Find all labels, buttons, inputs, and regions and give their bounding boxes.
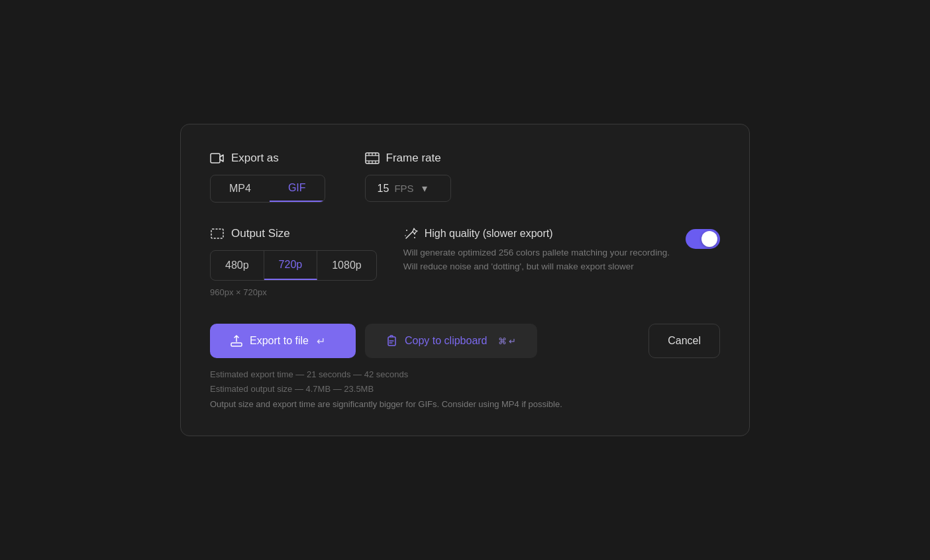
export-to-file-button[interactable]: Export to file ↵ — [210, 324, 356, 358]
keyboard-shortcut: ⌘ ↵ — [498, 336, 517, 346]
size-1080p-button[interactable]: 1080p — [317, 251, 376, 280]
info-line-3: Output size and export time are signific… — [210, 397, 720, 412]
size-dimensions: 960px × 720px — [210, 287, 377, 297]
top-row: Export as MP4 GIF — [210, 151, 720, 203]
frame-rate-section: Frame rate 15 FPS ▾ — [365, 151, 451, 203]
high-quality-toggle[interactable] — [686, 229, 720, 249]
svg-rect-10 — [211, 229, 223, 238]
info-line-1: Estimated export time — 21 seconds — 42 … — [210, 367, 720, 382]
size-480p-button[interactable]: 480p — [211, 251, 264, 280]
magic-icon — [403, 226, 418, 241]
video-icon — [210, 151, 225, 165]
output-size-label: Output Size — [210, 226, 377, 241]
film-icon — [365, 151, 380, 165]
svg-point-13 — [405, 236, 406, 237]
output-size-section: Output Size 480p 720p 1080p 960px × 720p… — [210, 226, 377, 297]
svg-rect-14 — [231, 343, 242, 346]
svg-point-11 — [406, 230, 407, 231]
fps-unit: FPS — [394, 183, 413, 194]
format-gif-button[interactable]: GIF — [270, 175, 325, 202]
upload-icon — [230, 334, 243, 348]
info-text: Estimated export time — 21 seconds — 42 … — [210, 367, 720, 411]
middle-row: Output Size 480p 720p 1080p 960px × 720p… — [210, 226, 720, 297]
resize-icon — [210, 226, 225, 241]
fps-dropdown[interactable]: 15 FPS ▾ — [365, 175, 451, 202]
export-dialog: Export as MP4 GIF — [180, 124, 750, 436]
clipboard-icon — [385, 334, 398, 348]
format-mp4-button[interactable]: MP4 — [211, 175, 270, 202]
export-as-label: Export as — [210, 151, 325, 165]
size-group: 480p 720p 1080p — [210, 250, 377, 281]
export-to-file-label: Export to file — [250, 335, 309, 347]
format-group: MP4 GIF — [210, 175, 325, 203]
fps-value: 15 — [378, 183, 389, 195]
cancel-button[interactable]: Cancel — [648, 324, 720, 358]
copy-to-clipboard-label: Copy to clipboard — [405, 335, 488, 347]
chevron-down-icon: ▾ — [422, 182, 427, 195]
svg-rect-0 — [211, 154, 220, 163]
svg-point-12 — [414, 237, 415, 238]
frame-rate-label: Frame rate — [365, 151, 451, 165]
size-720p-button[interactable]: 720p — [264, 251, 318, 280]
action-row: Export to file ↵ Copy to clipboard ⌘ ↵ C… — [210, 324, 720, 358]
quality-description: Will generate optimized 256 colors palle… — [403, 246, 675, 274]
quality-section: High quality (slower export) Will genera… — [403, 226, 720, 297]
quality-content: High quality (slower export) Will genera… — [403, 226, 675, 274]
copy-to-clipboard-button[interactable]: Copy to clipboard ⌘ ↵ — [365, 324, 537, 358]
return-icon: ↵ — [317, 335, 325, 348]
info-line-2: Estimated output size — 4.7MB — 23.5MB — [210, 382, 720, 397]
quality-title: High quality (slower export) — [403, 226, 675, 241]
export-as-section: Export as MP4 GIF — [210, 151, 325, 203]
